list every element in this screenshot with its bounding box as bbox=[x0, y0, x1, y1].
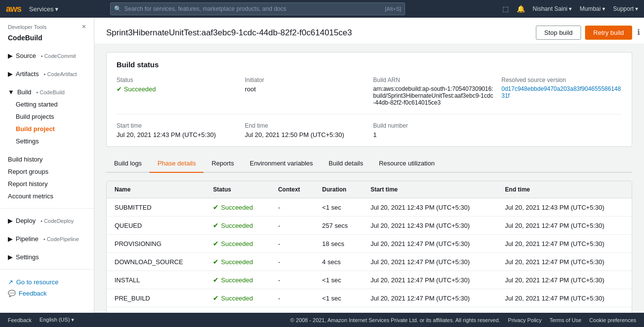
footer-privacy[interactable]: Privacy Policy bbox=[508, 317, 541, 323]
sidebar-item-report-history[interactable]: Report history bbox=[0, 178, 94, 190]
tab-build-logs[interactable]: Build logs bbox=[106, 155, 149, 173]
status-label: Status bbox=[117, 77, 237, 83]
footer-terms[interactable]: Terms of Use bbox=[550, 317, 582, 323]
phase-start-time: Jul 20, 2021 12:43 PM (UTC+5:30) bbox=[363, 198, 498, 217]
resolved-source-label: Resolved source version bbox=[501, 77, 622, 83]
sidebar-section-build-history: Build history Report groups Report histo… bbox=[0, 150, 94, 205]
sidebar-go-to-resource[interactable]: ↗ Go to resource bbox=[8, 276, 86, 288]
status-item: Status ✔ Succeeded bbox=[117, 77, 237, 106]
column-start-time: Start time bbox=[363, 181, 498, 198]
stop-build-button[interactable]: Stop build bbox=[536, 26, 581, 40]
support-menu[interactable]: Support ▾ bbox=[613, 5, 638, 12]
info-icon[interactable]: ℹ bbox=[637, 27, 640, 37]
tab-environment-variables[interactable]: Environment variables bbox=[242, 155, 321, 173]
sidebar-feedback[interactable]: 💬 Feedback bbox=[8, 288, 86, 299]
phase-table: NameStatusContextDurationStart timeEnd t… bbox=[107, 181, 632, 327]
tab-build-details[interactable]: Build details bbox=[321, 155, 371, 173]
expand-icon: ▶ bbox=[8, 217, 13, 224]
terminal-icon[interactable]: ⬚ bbox=[502, 5, 509, 13]
table-row: SUBMITTED✔ Succeeded-<1 secJul 20, 2021 … bbox=[107, 198, 632, 217]
check-circle-icon: ✔ bbox=[213, 276, 219, 284]
sidebar-item-artifacts[interactable]: ▶ Artifacts • CodeArtifact bbox=[0, 68, 94, 80]
sidebar-item-build-projects[interactable]: Build projects bbox=[0, 110, 94, 123]
chevron-down-icon: ▾ bbox=[55, 5, 59, 13]
phase-start-time: Jul 20, 2021 12:47 PM (UTC+5:30) bbox=[363, 253, 498, 271]
region-menu[interactable]: Mumbai ▾ bbox=[580, 5, 605, 12]
phase-end-time: Jul 20, 2021 12:47 PM (UTC+5:30) bbox=[497, 253, 632, 271]
column-status: Status bbox=[205, 181, 270, 198]
build-status-card: Build status Status ✔ Succeeded Initiato… bbox=[106, 52, 632, 147]
search-input[interactable] bbox=[110, 2, 405, 15]
sidebar-item-settings[interactable]: Settings bbox=[0, 135, 94, 147]
phase-end-time: Jul 20, 2021 12:43 PM (UTC+5:30) bbox=[497, 198, 632, 217]
sidebar-item-getting-started[interactable]: Getting started bbox=[0, 98, 94, 110]
phase-name[interactable]: QUEUED bbox=[107, 217, 205, 235]
expand-icon: ▶ bbox=[8, 52, 13, 59]
sidebar-item-source[interactable]: ▶ Source • CodeCommit bbox=[0, 50, 94, 62]
resolved-source-item: Resolved source version 0d17c948ebbde947… bbox=[501, 77, 622, 106]
phase-duration: <1 sec bbox=[314, 198, 362, 217]
phase-context: - bbox=[270, 253, 315, 271]
phase-status: ✔ Succeeded bbox=[205, 289, 270, 307]
check-circle-icon: ✔ bbox=[213, 294, 219, 302]
expand-icon: ▶ bbox=[8, 253, 13, 261]
phase-name[interactable]: PROVISIONING bbox=[107, 235, 205, 253]
phase-name[interactable]: DOWNLOAD_SOURCE bbox=[107, 253, 205, 271]
chevron-down-icon: ▾ bbox=[602, 5, 605, 12]
phase-end-time: Jul 20, 2021 12:47 PM (UTC+5:30) bbox=[497, 289, 632, 307]
sidebar-section-artifacts: ▶ Artifacts • CodeArtifact bbox=[0, 65, 94, 83]
phase-status: ✔ Succeeded bbox=[205, 253, 270, 271]
build-number-item: Build number 1 bbox=[373, 122, 494, 138]
column-end-time: End time bbox=[497, 181, 632, 198]
end-time-label: End time bbox=[245, 122, 365, 129]
sidebar-divider-2 bbox=[0, 269, 94, 270]
sidebar-item-deploy[interactable]: ▶ Deploy • CodeDeploy bbox=[0, 215, 94, 227]
sidebar-close-button[interactable]: ✕ bbox=[82, 24, 86, 30]
empty-item bbox=[501, 122, 622, 138]
phase-status: ✔ Succeeded bbox=[205, 271, 270, 289]
sidebar-item-report-groups[interactable]: Report groups bbox=[0, 165, 94, 178]
column-name: Name bbox=[107, 181, 205, 198]
table-row: INSTALL✔ Succeeded-<1 secJul 20, 2021 12… bbox=[107, 271, 632, 289]
initiator-item: Initiator root bbox=[245, 77, 365, 106]
initiator-label: Initiator bbox=[245, 77, 365, 83]
retry-build-button[interactable]: Retry build bbox=[585, 26, 632, 40]
sidebar-item-account-metrics[interactable]: Account metrics bbox=[0, 190, 94, 202]
expand-icon: ▶ bbox=[8, 70, 13, 78]
table-row: QUEUED✔ Succeeded-257 secsJul 20, 2021 1… bbox=[107, 217, 632, 235]
phase-status: ✔ Succeeded bbox=[205, 235, 270, 253]
check-circle-icon: ✔ bbox=[117, 85, 122, 93]
footer-cookies[interactable]: Cookie preferences bbox=[589, 317, 636, 323]
tab-reports[interactable]: Reports bbox=[204, 155, 242, 173]
phase-start-time: Jul 20, 2021 12:43 PM (UTC+5:30) bbox=[363, 217, 498, 235]
phase-name[interactable]: SUBMITTED bbox=[107, 198, 205, 217]
tab-phase-details[interactable]: Phase details bbox=[149, 155, 204, 173]
phase-name[interactable]: INSTALL bbox=[107, 271, 205, 289]
sidebar-item-pipeline[interactable]: ▶ Pipeline • CodePipeline bbox=[0, 233, 94, 245]
history-label: Build history bbox=[8, 156, 43, 163]
column-duration: Duration bbox=[314, 181, 362, 198]
sidebar-item-build-history[interactable]: Build history bbox=[0, 153, 94, 165]
sidebar-section-pipeline: ▶ Pipeline • CodePipeline bbox=[0, 230, 94, 248]
check-circle-icon: ✔ bbox=[213, 203, 219, 211]
resolved-source-value[interactable]: 0d17c948ebbde9470a203a83f90465558614831f bbox=[501, 85, 622, 99]
build-status-row2: Start time Jul 20, 2021 12:43 PM (UTC+5:… bbox=[117, 114, 622, 138]
user-menu[interactable]: Nishant Saini ▾ bbox=[533, 5, 572, 12]
phase-duration: 18 secs bbox=[314, 235, 362, 253]
phase-name[interactable]: PRE_BUILD bbox=[107, 289, 205, 307]
footer-english[interactable]: English (US) ▾ bbox=[39, 317, 74, 323]
phase-duration: 4 secs bbox=[314, 253, 362, 271]
start-time-item: Start time Jul 20, 2021 12:43 PM (UTC+5:… bbox=[117, 122, 237, 138]
sidebar-item-build-project[interactable]: Build project bbox=[0, 123, 94, 135]
sidebar-item-build[interactable]: ▼ Build • CodeBuild bbox=[0, 86, 94, 98]
tab-resource-utilization[interactable]: Resource utilization bbox=[371, 155, 442, 173]
phase-table-container: NameStatusContextDurationStart timeEnd t… bbox=[106, 181, 632, 327]
sidebar-item-settings-main[interactable]: ▶ Settings bbox=[0, 251, 94, 263]
sidebar-breadcrumb: Developer Tools bbox=[8, 24, 47, 30]
table-row: PRE_BUILD✔ Succeeded-<1 secJul 20, 2021 … bbox=[107, 289, 632, 307]
phase-context: - bbox=[270, 271, 315, 289]
services-menu[interactable]: Services ▾ bbox=[29, 5, 59, 13]
end-time-value: Jul 20, 2021 12:50 PM (UTC+5:30) bbox=[245, 131, 365, 138]
bell-icon[interactable]: 🔔 bbox=[517, 5, 525, 13]
footer-feedback[interactable]: Feedback bbox=[8, 317, 31, 323]
